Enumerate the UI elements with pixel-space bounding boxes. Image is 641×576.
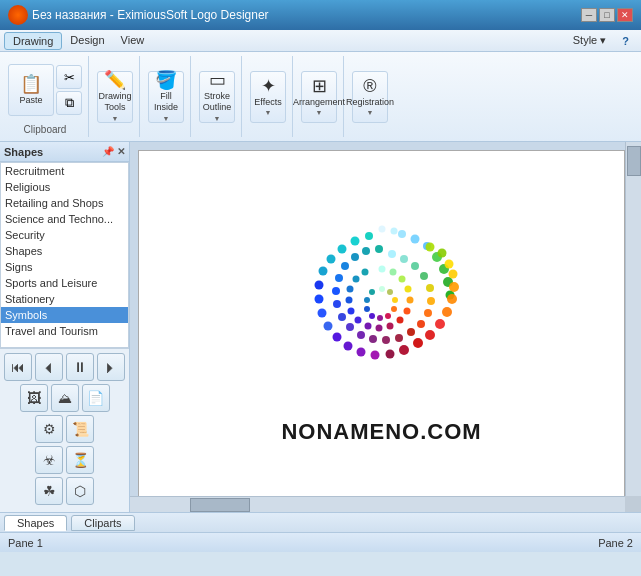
view-row: 🖼 ⛰ 📄 — [4, 384, 125, 412]
icon-buttons-area: ⏮ ⏴ ⏸ ⏵ 🖼 ⛰ 📄 ⚙ 📜 ☣ ⏳ ☘ ⬡ — [0, 348, 129, 512]
svg-point-71 — [361, 269, 368, 276]
stroke-icon: ▭ — [209, 71, 226, 89]
menu-view[interactable]: View — [113, 32, 153, 50]
svg-point-41 — [417, 320, 425, 328]
statusbar: Pane 1 Pane 2 — [0, 532, 641, 552]
list-item[interactable]: Shapes — [1, 243, 128, 259]
toolbar-registration-group: ® Registration ▼ — [346, 56, 394, 137]
logo-dots-svg — [282, 209, 482, 409]
menu-drawing[interactable]: Drawing — [4, 32, 62, 50]
pane1-label: Pane 1 — [8, 537, 43, 549]
biohazard-button[interactable]: ☣ — [35, 446, 63, 474]
shapes-list: RecruitmentReligiousRetailing and ShopsS… — [0, 162, 129, 348]
svg-point-20 — [385, 350, 394, 359]
logo-text: NONAMENO.COM — [281, 419, 481, 445]
titlebar-title: Без названия - EximiousSoft Logo Designe… — [32, 8, 269, 22]
menu-design[interactable]: Design — [62, 32, 112, 50]
list-item[interactable]: Recruitment — [1, 163, 128, 179]
arrangement-button[interactable]: ⊞ Arrangement ▼ — [301, 71, 337, 123]
list-item[interactable]: Signs — [1, 259, 128, 275]
tools-row1: ⚙ 📜 — [4, 415, 125, 443]
maximize-button[interactable]: □ — [599, 8, 615, 22]
toolbar-stroke-group: ▭ StrokeOutline ▼ — [193, 56, 242, 137]
panel-header: Shapes 📌 ✕ — [0, 142, 129, 162]
list-item[interactable]: Symbols — [1, 307, 128, 323]
svg-point-37 — [420, 272, 428, 280]
paste-label: Paste — [19, 95, 42, 106]
registration-icon: ® — [363, 77, 376, 95]
hscroll-thumb[interactable] — [190, 498, 250, 512]
drawing-tools-icon: ✏️ — [104, 71, 126, 89]
style-menu[interactable]: Style ▾ — [565, 32, 615, 49]
svg-point-27 — [314, 295, 323, 304]
svg-point-45 — [369, 335, 377, 343]
cliparts-tab[interactable]: Cliparts — [71, 515, 134, 531]
list-item[interactable]: Religious — [1, 179, 128, 195]
horizontal-scrollbar[interactable] — [130, 496, 625, 512]
effects-button[interactable]: ✦ Effects ▼ — [250, 71, 286, 123]
copy-button[interactable]: ⧉ — [56, 91, 82, 115]
settings-button[interactable]: ⚙ — [35, 415, 63, 443]
minimize-button[interactable]: ─ — [581, 8, 597, 22]
close-button[interactable]: ✕ — [617, 8, 633, 22]
app-logo — [8, 5, 28, 25]
prev-button[interactable]: ⏴ — [35, 353, 63, 381]
svg-point-51 — [335, 274, 343, 282]
pin-icon[interactable]: 📌 — [102, 146, 114, 157]
svg-point-65 — [364, 323, 371, 330]
panel-tabs: Shapes Cliparts — [0, 512, 641, 532]
hourglass-button[interactable]: ⏳ — [66, 446, 94, 474]
arrangement-icon: ⊞ — [312, 77, 327, 95]
next-button[interactable]: ⏵ — [97, 353, 125, 381]
svg-point-30 — [326, 255, 335, 264]
scroll-button[interactable]: 📜 — [66, 415, 94, 443]
svg-point-1 — [410, 235, 419, 244]
paste-button[interactable]: 📋 Paste — [8, 64, 54, 116]
vertical-scrollbar[interactable] — [625, 142, 641, 496]
leaf-button[interactable]: ☘ — [35, 477, 63, 505]
first-button[interactable]: ⏮ — [4, 353, 32, 381]
svg-point-21 — [370, 351, 379, 360]
svg-point-16 — [435, 319, 445, 329]
registration-button[interactable]: ® Registration ▼ — [352, 71, 388, 123]
list-view-button[interactable]: 📄 — [82, 384, 110, 412]
svg-point-77 — [377, 315, 383, 321]
svg-point-68 — [345, 297, 352, 304]
svg-point-9 — [425, 243, 434, 252]
panel-close-icon[interactable]: ✕ — [117, 146, 125, 157]
canvas-area[interactable]: NONAMENO.COM — [130, 142, 641, 512]
stroke-btns: ▭ StrokeOutline ▼ — [199, 58, 235, 135]
svg-point-67 — [347, 308, 354, 315]
list-item[interactable]: Security — [1, 227, 128, 243]
svg-point-69 — [346, 286, 353, 293]
mountain-view-button[interactable]: ⛰ — [51, 384, 79, 412]
list-item[interactable]: Travel and Tourism — [1, 323, 128, 339]
svg-point-56 — [378, 266, 385, 273]
svg-point-58 — [398, 276, 405, 283]
pause-button[interactable]: ⏸ — [66, 353, 94, 381]
cut-button[interactable]: ✂ — [56, 65, 82, 89]
list-item[interactable]: Science and Techno... — [1, 211, 128, 227]
svg-point-15 — [442, 307, 452, 317]
list-item[interactable]: Sports and Leisure — [1, 275, 128, 291]
registration-arrow: ▼ — [367, 109, 374, 116]
list-item[interactable]: Retailing and Shops — [1, 195, 128, 211]
svg-point-52 — [341, 262, 349, 270]
svg-point-46 — [357, 331, 365, 339]
drawing-tools-button[interactable]: ✏️ DrawingTools ▼ — [97, 71, 133, 123]
stroke-outline-button[interactable]: ▭ StrokeOutline ▼ — [199, 71, 235, 123]
titlebar-controls: ─ □ ✕ — [581, 8, 633, 22]
fill-inside-button[interactable]: 🪣 FillInside ▼ — [148, 71, 184, 123]
svg-point-34 — [388, 250, 396, 258]
hex-button[interactable]: ⬡ — [66, 477, 94, 505]
vscroll-thumb[interactable] — [627, 146, 641, 176]
image-view-button[interactable]: 🖼 — [20, 384, 48, 412]
registration-btns: ® Registration ▼ — [352, 58, 388, 135]
list-item[interactable]: Stationery — [1, 291, 128, 307]
shapes-tab[interactable]: Shapes — [4, 515, 67, 531]
help-icon[interactable]: ? — [614, 33, 637, 49]
effects-btns: ✦ Effects ▼ — [250, 58, 286, 135]
svg-point-80 — [364, 297, 370, 303]
svg-point-0 — [398, 230, 406, 238]
shapes-panel: Shapes 📌 ✕ RecruitmentReligiousRetailing… — [0, 142, 130, 512]
